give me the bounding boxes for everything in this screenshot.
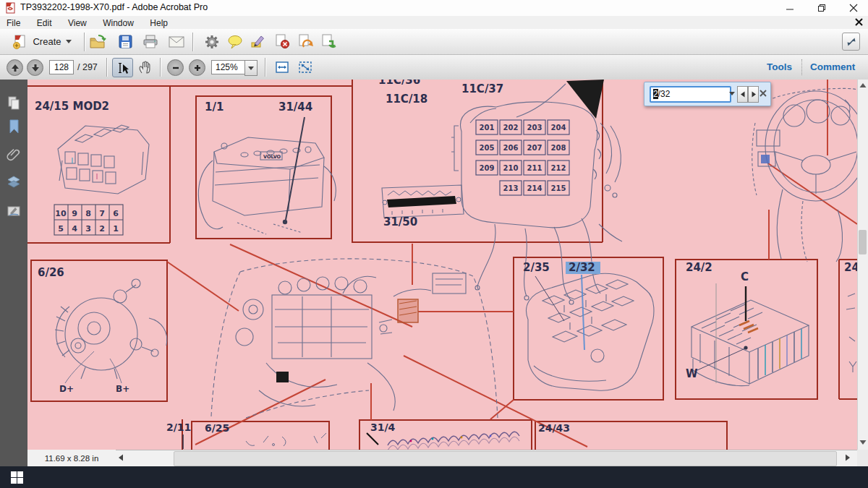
- find-dropdown-icon[interactable]: [729, 92, 735, 95]
- fuse-grid: 201 202 203 204 205 206 207 208 209 210 …: [476, 120, 569, 195]
- find-next-button[interactable]: [748, 86, 759, 103]
- scroll-right-button[interactable]: [845, 454, 851, 461]
- tools-panel-button[interactable]: Tools: [767, 61, 792, 72]
- horizontal-scroll-thumb[interactable]: [174, 451, 837, 466]
- select-tool-button[interactable]: [112, 58, 133, 77]
- fill-sign-button[interactable]: [247, 32, 269, 51]
- menu-edit[interactable]: Edit: [30, 17, 59, 30]
- hand-tool-button[interactable]: [135, 58, 154, 76]
- fit-page-button[interactable]: [295, 58, 315, 76]
- layers-icon[interactable]: [7, 175, 21, 189]
- label-relaybox-hit: 2/32: [569, 261, 595, 274]
- select-cursor-icon: [117, 61, 129, 74]
- create-label: Create: [33, 36, 61, 47]
- create-dropdown-icon: [66, 40, 72, 43]
- zoom-out-button[interactable]: [167, 59, 184, 76]
- svg-text:211: 211: [527, 164, 542, 172]
- toolbar-separator: [192, 33, 193, 51]
- dashboard-sketch: [752, 88, 857, 262]
- svg-text:206: 206: [503, 144, 519, 152]
- highlighted-component: [398, 299, 418, 322]
- scroll-left-button[interactable]: [118, 454, 124, 461]
- label-right-partial: 24: [844, 261, 857, 274]
- ground-strip-sketch: [382, 185, 464, 218]
- hand-icon: [138, 60, 151, 74]
- restore-button[interactable]: [807, 0, 836, 16]
- start-button[interactable]: [0, 466, 33, 488]
- windows-taskbar: 12:20 PM 4/3/2020 3: [0, 466, 868, 488]
- expand-toolbar-button[interactable]: [842, 33, 860, 51]
- label-alternator-d: D+: [59, 384, 74, 394]
- zoom-dropdown-button[interactable]: [244, 60, 258, 76]
- minimize-button[interactable]: [775, 0, 804, 16]
- attachments-icon[interactable]: [7, 147, 21, 162]
- find-close-button[interactable]: [760, 90, 767, 97]
- comment-bubble-button[interactable]: [224, 32, 246, 51]
- comment-panel-button[interactable]: Comment: [810, 61, 855, 72]
- scroll-up-button[interactable]: [859, 82, 867, 88]
- label-alternator: 6/26: [38, 266, 64, 279]
- zoom-in-button[interactable]: [189, 59, 205, 76]
- bottom2-marks: [246, 433, 326, 446]
- menu-file[interactable]: File: [0, 17, 27, 30]
- plus-icon: [193, 64, 202, 72]
- label-bottom-2: 6/25: [205, 422, 229, 434]
- settings-button[interactable]: [201, 32, 223, 51]
- svg-text:201: 201: [480, 124, 495, 132]
- bottom3-pointer: [367, 433, 378, 445]
- left-triangle-icon: [118, 454, 124, 461]
- zoom-level-input[interactable]: 125%: [211, 60, 248, 74]
- windows-logo-icon: [11, 471, 23, 484]
- next-page-button[interactable]: [27, 59, 43, 76]
- svg-text:4: 4: [72, 224, 77, 234]
- svg-text:204: 204: [551, 124, 566, 132]
- find-previous-button[interactable]: [737, 86, 748, 103]
- open-button[interactable]: [87, 32, 109, 51]
- menu-view[interactable]: View: [61, 17, 93, 30]
- svg-text:5: 5: [58, 224, 64, 234]
- page-thumbnails-icon[interactable]: [7, 95, 21, 110]
- black-wedge-shape: [566, 80, 604, 119]
- right-triangle-icon: [845, 454, 851, 461]
- scrollbar-corner: [857, 450, 868, 466]
- close-icon: [760, 90, 767, 97]
- signatures-icon[interactable]: [7, 204, 21, 218]
- page-number-input[interactable]: 128: [49, 60, 74, 74]
- svg-text:2: 2: [99, 224, 105, 234]
- menubar-close-icon[interactable]: [855, 18, 863, 26]
- pdf-page[interactable]: 10 9 8 7 6 5 4 3 2 1: [27, 80, 857, 450]
- page-download-icon: [320, 34, 336, 49]
- save-button[interactable]: [114, 32, 136, 51]
- save-icon: [118, 34, 133, 49]
- title-bar: TP3932202-1998-X70.pdf - Adobe Acrobat P…: [0, 0, 868, 17]
- main-toolbar: Create: [0, 29, 868, 55]
- find-query-selected: 2: [653, 89, 658, 99]
- export-pdf-button[interactable]: [294, 32, 316, 51]
- delete-pages-button[interactable]: [271, 32, 293, 51]
- create-button[interactable]: Create: [6, 32, 78, 51]
- svg-text:10: 10: [55, 209, 67, 218]
- print-button[interactable]: [140, 32, 161, 51]
- email-button[interactable]: [166, 32, 187, 51]
- menu-window[interactable]: Window: [96, 17, 140, 30]
- svg-text:3: 3: [85, 224, 91, 234]
- label-alternator-b: B+: [116, 384, 129, 394]
- find-query-rest: /32: [658, 89, 671, 99]
- fit-width-button[interactable]: [272, 58, 292, 76]
- previous-page-button[interactable]: [7, 59, 23, 76]
- bookmarks-icon[interactable]: [7, 119, 21, 134]
- svg-text:207: 207: [527, 144, 542, 152]
- save-other-button[interactable]: [318, 32, 339, 51]
- minimize-icon: [786, 4, 794, 12]
- label-bottom-4: 24/43: [538, 422, 570, 434]
- find-input[interactable]: 2/32: [650, 86, 731, 103]
- ground-point-dot: [283, 220, 287, 224]
- vertical-scroll-thumb[interactable]: [859, 230, 867, 254]
- scroll-down-button[interactable]: [859, 440, 867, 445]
- svg-text:8: 8: [85, 209, 91, 218]
- label-central-unit-c: C: [741, 270, 749, 283]
- vertical-scrollbar[interactable]: [857, 80, 868, 450]
- svg-text:209: 209: [480, 164, 495, 172]
- menu-help[interactable]: Help: [143, 17, 174, 30]
- close-button[interactable]: [839, 0, 868, 16]
